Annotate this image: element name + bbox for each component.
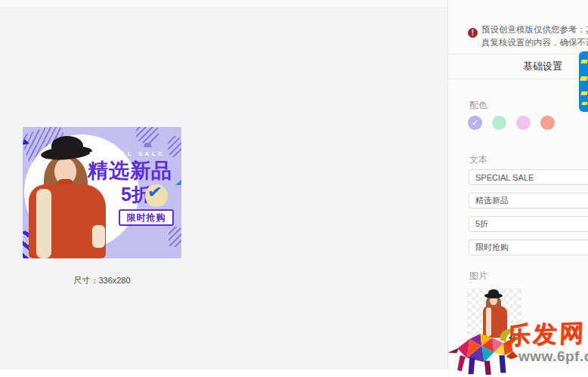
check-icon: ✓ — [472, 118, 478, 128]
thumb-model-collar — [486, 307, 491, 336]
swatch-lavender[interactable]: ✓ — [468, 116, 482, 130]
edge-tab-mark — [580, 91, 587, 95]
text-field-cta[interactable] — [469, 239, 588, 255]
lantern-icon — [136, 127, 159, 144]
bottom-strip — [0, 369, 588, 377]
edge-tab-mark — [581, 102, 587, 105]
banner-preview[interactable]: SPECIAL SALE 精选新品 5折 ✔ 限时抢购 — [23, 127, 181, 258]
edge-tab-mark — [580, 60, 587, 63]
banner-tagline: SPECIAL SALE — [89, 150, 178, 157]
text-section-label: 文本 — [469, 153, 487, 166]
color-section-label: 配色 — [469, 99, 487, 112]
text-field-headline[interactable] — [469, 193, 588, 209]
banner-size-label: 尺寸：336x280 — [23, 275, 181, 286]
text-field-tagline[interactable] — [469, 169, 588, 185]
image-section-label: 图片 — [469, 270, 487, 283]
banner-cta: 限时抢购 — [119, 209, 174, 226]
swatch-mint[interactable] — [492, 116, 506, 130]
template-editor: SPECIAL SALE 精选新品 5折 ✔ 限时抢购 尺寸：336x280 !… — [0, 0, 588, 377]
tab-basic-settings[interactable]: 基础设置 — [448, 54, 588, 79]
edge-tab-mark — [580, 76, 588, 81]
tab-basic-settings-label: 基础设置 — [523, 60, 562, 73]
warning-line-1: 预设创意模版仅供您参考：其中以＊标 — [481, 23, 588, 36]
image-thumbnail[interactable] — [467, 289, 521, 342]
edge-floating-tab[interactable] — [579, 51, 588, 112]
model-collar — [36, 189, 51, 258]
model-cuff — [92, 225, 105, 248]
model-hat — [51, 136, 83, 156]
swatch-salmon[interactable] — [540, 116, 555, 130]
warning-line-2: 真复核设置的内容，确保不违法侵权。 — [481, 36, 588, 49]
pencil-check-icon: ✔ — [147, 181, 163, 203]
text-field-discount[interactable] — [469, 216, 588, 232]
color-swatches: ✓ — [468, 116, 555, 130]
warning-message: 预设创意模版仅供您参考：其中以＊标 真复核设置的内容，确保不违法侵权。 — [481, 23, 588, 49]
deco-striped-square-icon — [169, 227, 181, 247]
lantern-stem-icon — [144, 143, 152, 147]
thumb-model-hat — [488, 289, 499, 296]
swatch-pink[interactable] — [516, 116, 531, 130]
settings-panel: ! 预设创意模版仅供您参考：其中以＊标 真复核设置的内容，确保不违法侵权。 基础… — [447, 0, 588, 377]
warning-icon: ! — [468, 28, 478, 38]
banner-headline: 精选新品 — [88, 157, 181, 184]
